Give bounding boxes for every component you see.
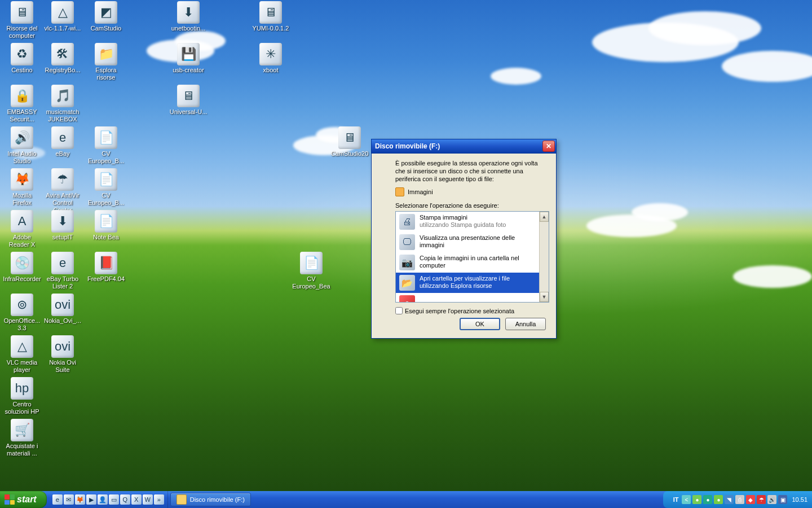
outlook-icon[interactable]: ✉: [64, 494, 74, 505]
dialog-titlebar[interactable]: Disco rimovibile (F:) ✕: [372, 139, 556, 154]
desktop-icon-vlc[interactable]: △VLC media player: [2, 335, 42, 374]
desktop-icon-acquistate[interactable]: 🛒Acquistate i materiali ...: [2, 419, 42, 457]
word-icon[interactable]: W: [143, 494, 153, 505]
tray-nokia-icon[interactable]: ●: [692, 495, 701, 504]
windows-logo-icon: [5, 494, 15, 505]
xboot-icon: ✳: [259, 43, 282, 65]
image-file-icon: [395, 187, 404, 196]
desktop-icon-nokia-ovi-installer[interactable]: oviNokia_Ovi_...: [42, 294, 83, 325]
msn-icon[interactable]: 👤: [98, 494, 108, 505]
icon-label: Cestino: [2, 67, 42, 74]
vlc-icon: △: [11, 335, 33, 358]
desktop-icon-cv-europeo-3[interactable]: 📄CV Europeo_Bea: [291, 252, 332, 290]
ok-button[interactable]: OK: [460, 318, 500, 330]
cancel-button[interactable]: Annulla: [505, 318, 546, 330]
opt-open-folder-icon: 📂: [399, 275, 415, 291]
scroll-up-button[interactable]: ▲: [540, 212, 549, 222]
desktop-icon-recycle-bin[interactable]: ♻Cestino: [2, 43, 42, 74]
desktop-icon-universal-usb[interactable]: 🖥Universal-U...: [168, 85, 209, 116]
opt-next-peek[interactable]: ●: [396, 293, 539, 302]
scroll-down-button[interactable]: ▼: [540, 292, 549, 302]
opt-print[interactable]: 🖨Stampa immaginiutilizzando Stampa guida…: [396, 212, 539, 232]
desktop-icon-firefox[interactable]: 🦊Mozilla Firefox: [2, 168, 42, 207]
desktop-icon-cv-europeo-1[interactable]: 📄CV Europeo_B...: [86, 126, 126, 165]
taskbar-button-disco[interactable]: Disco rimovibile (F:): [170, 493, 251, 506]
desktop[interactable]: 🖥Risorse del computer△vlc-1.1.7-wi...◩Ca…: [0, 0, 812, 491]
language-indicator[interactable]: IT: [672, 496, 680, 503]
desktop-icon-ebay-turbo[interactable]: eeBay Turbo Lister 2: [42, 252, 83, 290]
desktop-icon-musicmatch[interactable]: 🎵musicmatch JUKEBOX: [42, 85, 83, 123]
desktop-icon-camstudio20[interactable]: 🖥CamStudio20: [329, 126, 370, 157]
opt-slideshow[interactable]: 🖵Visualizza una presentazione delle imma…: [396, 232, 539, 252]
opt-copy-icon: 📷: [399, 255, 415, 270]
adobe-reader-icon: A: [11, 210, 33, 233]
desktop-icon-freepdf[interactable]: 📕FreePDF4.04: [86, 252, 126, 283]
ql-expand-icon[interactable]: »: [154, 494, 164, 505]
tray-ovi-icon[interactable]: ●: [714, 495, 723, 504]
desktop-icon-openoffice[interactable]: ⊚OpenOffice... 3.3: [2, 294, 42, 332]
icon-label: Centro soluzioni HP: [2, 401, 42, 415]
desktop-icon-vlc-installer[interactable]: △vlc-1.1.7-wi...: [42, 1, 83, 32]
desktop-icon-setupit[interactable]: ⬇setupIT: [42, 210, 83, 241]
desktop-icon-my-computer[interactable]: 🖥Risorse del computer: [2, 1, 42, 40]
tray-network-icon[interactable]: ◥: [725, 495, 734, 504]
freepdf-icon: 📕: [95, 252, 117, 274]
desktop-icon-hp-solution-center[interactable]: hpCentro soluzioni HP: [2, 377, 42, 415]
icon-label: CV Europeo_B...: [86, 192, 126, 207]
scrollbar[interactable]: ▲ ▼: [539, 212, 549, 302]
show-desktop-icon[interactable]: ▭: [109, 494, 119, 505]
icon-label: CV Europeo_B...: [86, 150, 126, 165]
tray-monitor-icon[interactable]: ▣: [778, 495, 787, 504]
desktop-icon-unetbootin[interactable]: ⬇unetbootin...: [168, 1, 209, 32]
usb-creator-icon: 💾: [177, 43, 200, 65]
excel-icon[interactable]: X: [131, 494, 142, 505]
desktop-icon-intel-audio[interactable]: 🔊Intel Audio Studio: [2, 126, 42, 165]
explorer-icon: 📁: [95, 43, 117, 65]
desktop-icon-ebay[interactable]: eeBay: [42, 126, 83, 157]
always-do-checkbox[interactable]: [395, 307, 403, 314]
start-button[interactable]: start: [0, 491, 47, 508]
opt-open-folder[interactable]: 📂Apri cartella per visualizzare i fileut…: [396, 273, 539, 293]
desktop-icon-registrybooster[interactable]: 🛠RegistryBo...: [42, 43, 83, 74]
tray-volume-icon[interactable]: 🔊: [767, 495, 776, 504]
icon-label: Mozilla Firefox: [2, 192, 42, 207]
desktop-icon-avira[interactable]: ☂Avira AntiVir Control Center: [42, 168, 83, 214]
desktop-icon-nokia-ovi-suite[interactable]: oviNokia Ovi Suite: [42, 335, 83, 374]
tray-hp-icon[interactable]: ●: [703, 495, 712, 504]
icon-label: Nokia Ovi Suite: [42, 359, 83, 374]
opt-copy[interactable]: 📷Copia le immagini in una cartella nel c…: [396, 252, 539, 273]
scroll-track[interactable]: [540, 222, 549, 292]
ie-icon[interactable]: e: [52, 494, 63, 505]
my-computer-icon: 🖥: [11, 1, 33, 24]
wmp-icon[interactable]: ▶: [86, 494, 96, 505]
desktop-icon-usb-creator[interactable]: 💾usb-creator: [168, 43, 209, 74]
always-do-checkbox-row[interactable]: Esegui sempre l'operazione selezionata: [395, 307, 549, 314]
file-type-label: Immagini: [408, 189, 433, 195]
desktop-icon-cv-europeo-2[interactable]: 📄CV Europeo_B...: [86, 168, 126, 207]
icon-label: eBay: [42, 150, 83, 157]
desktop-icon-explorer[interactable]: 📁Esplora risorse: [86, 43, 126, 81]
universal-usb-icon: 🖥: [177, 85, 200, 107]
desktop-icon-embassy-security[interactable]: 🔒EMBASSY Securit...: [2, 85, 42, 123]
ebay-icon: e: [51, 126, 74, 149]
intel-audio-icon: 🔊: [11, 126, 33, 149]
firefox-icon[interactable]: 🦊: [75, 494, 85, 505]
desktop-icon-camstudio[interactable]: ◩CamStudio: [86, 1, 126, 32]
desktop-icon-yumi[interactable]: 🖥YUMI-0.0.1.2: [250, 1, 291, 32]
tray-printer-icon[interactable]: ⎙: [735, 495, 744, 504]
setupit-icon: ⬇: [51, 210, 74, 233]
desktop-icon-xboot[interactable]: ✳xboot: [250, 43, 291, 74]
desktop-icon-infrarecorder[interactable]: 💿InfraRecorder: [2, 252, 42, 283]
tray-arrow-icon[interactable]: <: [682, 495, 691, 504]
clock[interactable]: 10.51: [792, 496, 807, 503]
tray-avira-icon[interactable]: ☂: [757, 495, 766, 504]
desktop-icon-adobe-reader[interactable]: AAdobe Reader X: [2, 210, 42, 248]
quicktime-icon[interactable]: Q: [120, 494, 130, 505]
close-button[interactable]: ✕: [542, 141, 555, 152]
firefox-icon: 🦊: [11, 168, 33, 191]
desktop-icon-note-bea[interactable]: 📄Note Bea: [86, 210, 126, 241]
icon-label: Intel Audio Studio: [2, 150, 42, 165]
tray-shield-icon[interactable]: ◆: [746, 495, 755, 504]
ebay-turbo-icon: e: [51, 252, 74, 274]
icon-label: EMBASSY Securit...: [2, 108, 42, 123]
